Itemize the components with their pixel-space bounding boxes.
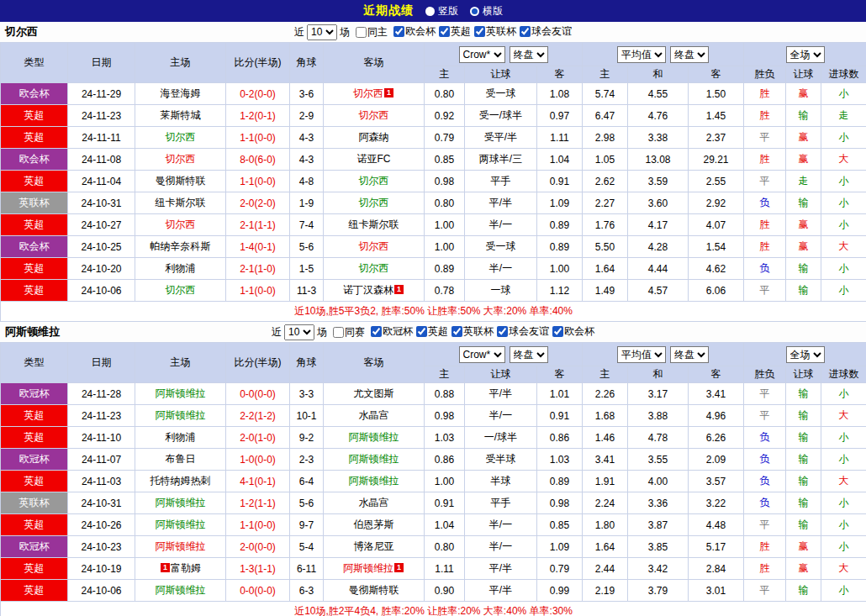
team-name[interactable]: 阿斯顿维拉 [156, 387, 206, 399]
away-team-cell[interactable]: 阿斯顿维拉1 [324, 558, 425, 580]
team-name[interactable]: 切尔西 [166, 218, 196, 230]
team-name[interactable]: 博洛尼亚 [354, 540, 394, 552]
team-name[interactable]: 切尔西 [166, 284, 196, 296]
team-name[interactable]: 切尔西 [359, 240, 389, 252]
radio-vertical-icon[interactable] [425, 7, 435, 16]
team-name[interactable]: 切尔西 [353, 87, 383, 99]
league-filter-checkbox[interactable] [439, 26, 450, 37]
team-name[interactable]: 托特纳姆热刺 [150, 475, 211, 487]
team-name[interactable]: 尤文图斯 [354, 387, 394, 399]
same-filter[interactable]: 同赛 [330, 325, 365, 340]
away-team-cell[interactable]: 切尔西 [324, 192, 425, 214]
away-team-cell[interactable]: 博洛尼亚 [324, 536, 425, 558]
home-team-cell[interactable]: 海登海姆 [135, 83, 226, 105]
away-team-cell[interactable]: 阿斯顿维拉 [324, 471, 425, 492]
team-name[interactable]: 帕纳辛奈科斯 [150, 240, 211, 252]
team-name[interactable]: 布鲁日 [166, 453, 196, 465]
league-filter-checkbox[interactable] [497, 326, 508, 337]
same-filter[interactable]: 同主 [352, 25, 388, 39]
team-name[interactable]: 曼彻斯特联 [349, 584, 399, 596]
league-filter[interactable]: 欧冠杯 [367, 324, 413, 339]
layout-horizontal-option[interactable]: 横版 [470, 4, 503, 18]
away-team-cell[interactable]: 水晶宫 [324, 492, 425, 514]
radio-horizontal-icon[interactable] [470, 7, 479, 16]
away-team-cell[interactable]: 曼彻斯特联 [324, 580, 425, 602]
match-count-select[interactable]: 10 [307, 24, 337, 40]
league-filter-checkbox[interactable] [520, 26, 531, 37]
away-team-cell[interactable]: 阿斯顿维拉 [324, 427, 425, 449]
team-name[interactable]: 切尔西 [359, 262, 389, 274]
home-team-cell[interactable]: 阿斯顿维拉 [135, 514, 226, 536]
team-name[interactable]: 切尔西 [166, 153, 196, 165]
away-team-cell[interactable]: 伯恩茅斯 [324, 514, 425, 536]
home-team-cell[interactable]: 阿斯顿维拉 [135, 405, 226, 427]
league-filter[interactable]: 欧会杯 [549, 324, 594, 339]
league-filter-checkbox[interactable] [416, 326, 427, 337]
bookmaker-select[interactable]: Crow* [459, 46, 505, 63]
home-team-cell[interactable]: 托特纳姆热刺 [135, 471, 226, 492]
team-name[interactable]: 水晶宫 [359, 409, 389, 421]
away-team-cell[interactable]: 诺丁汉森林1 [324, 280, 425, 302]
away-team-cell[interactable]: 切尔西 [324, 105, 425, 127]
team-name[interactable]: 曼彻斯特联 [156, 175, 206, 187]
team-name[interactable]: 阿斯顿维拉 [156, 519, 206, 530]
average-select[interactable]: 平均值 [617, 46, 666, 63]
home-team-cell[interactable]: 阿斯顿维拉 [135, 383, 226, 405]
average-select[interactable]: 平均值 [617, 346, 666, 363]
league-filter[interactable]: 英超 [436, 24, 471, 39]
team-name[interactable]: 切尔西 [166, 131, 196, 143]
team-name[interactable]: 切尔西 [359, 175, 389, 187]
away-team-cell[interactable]: 尤文图斯 [324, 383, 425, 405]
home-team-cell[interactable]: 阿斯顿维拉 [135, 580, 226, 602]
team-name[interactable]: 利物浦 [166, 431, 196, 443]
team-name[interactable]: 阿斯顿维拉 [156, 409, 206, 421]
team-name[interactable]: 富勒姆 [171, 562, 201, 574]
home-team-cell[interactable]: 帕纳辛奈科斯 [135, 236, 226, 258]
same-filter-checkbox[interactable] [333, 327, 344, 338]
same-filter-checkbox[interactable] [356, 27, 367, 38]
away-team-cell[interactable]: 阿森纳 [324, 127, 425, 149]
odds-stage-select[interactable]: 终盘 [510, 46, 548, 63]
home-team-cell[interactable]: 阿斯顿维拉 [135, 536, 226, 558]
home-team-cell[interactable]: 利物浦 [135, 258, 226, 280]
home-team-cell[interactable]: 纽卡斯尔联 [135, 192, 226, 214]
home-team-cell[interactable]: 曼彻斯特联 [135, 171, 226, 192]
home-team-cell[interactable]: 利物浦 [135, 427, 226, 449]
team-name[interactable]: 利物浦 [166, 262, 196, 274]
team-name[interactable]: 切尔西 [359, 109, 389, 121]
home-team-cell[interactable]: 切尔西 [135, 280, 226, 302]
team-name[interactable]: 伯恩茅斯 [354, 519, 394, 530]
fulltime-select[interactable]: 全场 [786, 346, 825, 363]
home-team-cell[interactable]: 切尔西 [135, 149, 226, 171]
away-team-cell[interactable]: 水晶宫 [324, 405, 425, 427]
league-filter[interactable]: 英超 [413, 324, 448, 339]
home-team-cell[interactable]: 切尔西 [135, 214, 226, 236]
league-filter-checkbox[interactable] [393, 26, 404, 37]
team-name[interactable]: 诺丁汉森林 [343, 284, 393, 296]
home-team-cell[interactable]: 阿斯顿维拉 [135, 492, 226, 514]
home-team-cell[interactable]: 1富勒姆 [135, 558, 226, 580]
away-team-cell[interactable]: 切尔西 [324, 236, 425, 258]
league-filter[interactable]: 球会友谊 [516, 24, 572, 39]
team-name[interactable]: 纽卡斯尔联 [156, 197, 206, 208]
match-count-select[interactable]: 10 [284, 324, 314, 340]
league-filter-checkbox[interactable] [371, 326, 382, 337]
away-team-cell[interactable]: 诺亚FC [324, 149, 425, 171]
team-name[interactable]: 水晶宫 [359, 497, 389, 508]
team-name[interactable]: 纽卡斯尔联 [349, 218, 399, 230]
odds-stage-select[interactable]: 终盘 [510, 346, 548, 363]
away-team-cell[interactable]: 切尔西 [324, 258, 425, 280]
team-name[interactable]: 切尔西 [359, 197, 389, 208]
team-name[interactable]: 阿斯顿维拉 [343, 562, 393, 574]
home-team-cell[interactable]: 布鲁日 [135, 449, 226, 471]
league-filter[interactable]: 欧会杯 [390, 24, 436, 39]
bookmaker-select[interactable]: Crow* [459, 346, 505, 363]
team-name[interactable]: 阿斯顿维拉 [156, 584, 206, 596]
home-team-cell[interactable]: 切尔西 [135, 127, 226, 149]
team-name[interactable]: 阿斯顿维拉 [349, 475, 399, 487]
league-filter-checkbox[interactable] [474, 26, 485, 37]
away-team-cell[interactable]: 阿斯顿维拉 [324, 449, 425, 471]
home-team-cell[interactable]: 莱斯特城 [135, 105, 226, 127]
team-name[interactable]: 阿森纳 [359, 131, 389, 143]
avg-stage-select[interactable]: 终盘 [670, 346, 709, 363]
